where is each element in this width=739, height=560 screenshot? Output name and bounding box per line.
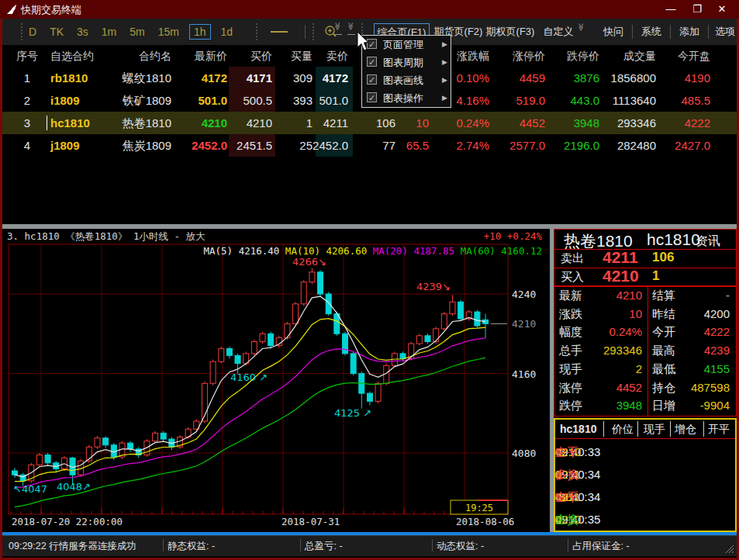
column-header-3[interactable]: 合约名 (139, 45, 171, 67)
timeframe-5m[interactable]: 5m (126, 24, 147, 40)
ask-label: 卖出 (561, 251, 584, 266)
bottom-scrollbar[interactable] (2, 532, 737, 535)
menu-item-3[interactable]: ✓图表画线▶ (362, 71, 451, 89)
expand-chevrons-icon[interactable]: ≫ (347, 22, 355, 29)
column-header-11[interactable]: 涨停价 (513, 45, 545, 67)
cell: 4210 (202, 112, 227, 134)
cell: 443.0 (570, 89, 599, 112)
stat-value: 487598 (691, 381, 730, 394)
column-header-13[interactable]: 成交量 (623, 45, 656, 67)
zoom-in-icon[interactable] (324, 25, 338, 39)
column-header-5[interactable]: 买价 (250, 45, 272, 67)
header-divider (703, 421, 704, 437)
minimize-button[interactable]: — (660, 2, 682, 16)
maximize-button[interactable]: ❐ (686, 2, 708, 16)
stat-value: 4210 (616, 289, 642, 302)
cell: 485.5 (681, 89, 710, 112)
timeframe-15m[interactable]: 15m (155, 24, 182, 40)
horizontal-splitter[interactable] (2, 224, 737, 229)
chart-annotation: 4160 ↗ (230, 372, 268, 383)
status-segment-3: 总盈亏: - (305, 540, 343, 553)
stat-label: 最新 (559, 289, 582, 303)
menu-item-2[interactable]: ✓图表周期▶ (362, 54, 451, 71)
column-header-2[interactable]: 自选合约 (50, 45, 94, 67)
toolbar-divider (708, 25, 709, 39)
cell: 282480 (617, 134, 656, 157)
stat-value: 2 (636, 362, 642, 375)
watchlist-row-4[interactable]: 4j1809焦炭18092452.02451.5252452.07765.52.… (2, 134, 737, 157)
timeframe-group: DTK3s1m5m15m1h1d (26, 19, 236, 45)
stat-label: 结算 (652, 289, 675, 303)
chart-title: 3. hc1810 《热卷1810》 1小时线 - 放大 (7, 230, 205, 242)
status-segment-1: 09:29:22 行情服务器连接成功 (9, 540, 136, 553)
column-header-6[interactable]: 买量 (291, 45, 313, 67)
stat-label: 跌停 (559, 399, 582, 413)
timeframe-1h[interactable]: 1h (189, 24, 211, 40)
timeframe-1d[interactable]: 1d (218, 24, 237, 40)
checkbox-icon[interactable]: ✓ (367, 74, 377, 85)
status-segment-4: 动态权益: - (437, 540, 484, 553)
cell: 501.0 (319, 89, 348, 112)
stat-label: 涨停 (559, 381, 582, 396)
toolbar-button-3[interactable]: 添加 (674, 23, 705, 40)
cell: 2.74% (456, 134, 489, 157)
close-button[interactable]: ✕ (711, 2, 733, 16)
timeframe-3s[interactable]: 3s (74, 24, 92, 40)
status-segment-2: 静态权益: - (167, 540, 215, 553)
cell: 0.24% (456, 112, 489, 134)
cell: i1809 (50, 89, 80, 112)
tick-column-header: 价位 (609, 420, 637, 438)
divider (554, 249, 736, 250)
menu-item-4[interactable]: ✓图表操作▶ (362, 89, 451, 107)
page-tab-4[interactable]: 自定义 (541, 23, 575, 40)
cell: 2452.0 (313, 134, 348, 157)
tick-column-header: hc1810 (560, 420, 596, 438)
cell: 4190 (685, 67, 710, 89)
cell: 65.5 (406, 134, 429, 157)
candlestick-chart[interactable]: 4240416040804210↖40474048↗4160 ↗4125 ↗42… (2, 229, 550, 532)
tick-trade-panel: hc1810价位现手增仓开平09:40:3342106-2空平09:40:344… (554, 418, 737, 532)
x-axis-label: 2018-07-31 (281, 516, 340, 527)
expand-chevrons-icon[interactable]: ≫ (577, 23, 585, 30)
current-price-label: 4210 (512, 318, 536, 330)
checkbox-icon[interactable]: ✓ (367, 92, 377, 102)
timeframe-1m[interactable]: 1m (98, 24, 119, 40)
line-draw-icon[interactable] (271, 31, 288, 33)
toolbar-separator (21, 23, 22, 40)
toolbar-button-1[interactable]: 快问 (598, 23, 629, 40)
stat-label: 最低 (652, 362, 675, 377)
column-header-10[interactable]: 涨跌幅 (457, 45, 489, 67)
column-header-12[interactable]: 跌停价 (567, 45, 599, 67)
expand-chevrons-icon[interactable] (347, 34, 355, 35)
toolbar-button-4[interactable]: 选项 (710, 23, 739, 40)
x-axis-label: 2018-07-20 22:00:00 (12, 516, 123, 527)
watchlist-row-3[interactable]: 3hc1810热卷18104210421014211106100.24%4452… (2, 112, 737, 134)
tick-cell: 空平 (555, 441, 578, 463)
bid-qty: 1 (652, 268, 659, 284)
column-header-14[interactable]: 今开盘 (678, 45, 710, 67)
cell: 4222 (685, 112, 710, 134)
menu-item-1[interactable]: ✓页面管理▶ (362, 36, 451, 54)
checkbox-icon[interactable]: ✓ (367, 57, 377, 67)
cell: 2577.0 (509, 134, 545, 157)
timeframe-TK[interactable]: TK (47, 24, 67, 40)
column-header-4[interactable]: 最新价 (195, 45, 227, 67)
cell: 0.10% (456, 67, 489, 89)
toolbar-button-2[interactable]: 系统 (636, 23, 667, 40)
cell: 4452 (520, 112, 545, 134)
column-header-1[interactable]: 序号 (8, 45, 47, 67)
page-tab-3[interactable]: 期权页(F3) (485, 23, 536, 40)
menu-item-label: 图表操作 (383, 89, 423, 107)
ask-price: 4211 (603, 248, 638, 267)
timeframe-D[interactable]: D (26, 24, 40, 40)
header-divider (637, 421, 638, 437)
stat-value: 4222 (704, 325, 730, 338)
ma-labels: MA(5) 4216.40 MA(10) 4206.60 MA(20) 4187… (204, 245, 543, 257)
vertical-splitter[interactable] (550, 229, 554, 532)
column-header-7[interactable]: 卖价 (326, 45, 348, 67)
stat-value: 10 (629, 307, 642, 320)
chart-panel[interactable]: 4240416040804210↖40474048↗4160 ↗4125 ↗42… (2, 229, 550, 532)
stat-value: 4239 (704, 344, 730, 357)
chart-annotation: 4266↘ (292, 256, 326, 268)
resize-grip[interactable] (724, 544, 735, 555)
